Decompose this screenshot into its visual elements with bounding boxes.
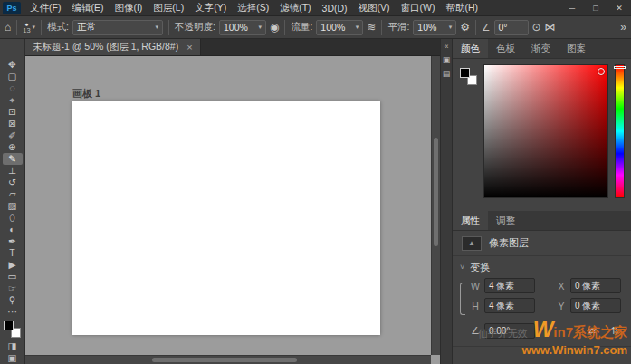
crop-tool[interactable]: ⊡ <box>3 106 23 118</box>
symmetry-icon[interactable]: ⋈ <box>545 22 556 33</box>
document-tab-bar: 未标题-1 @ 50% (图层 1, RGB/8#) × <box>25 39 440 56</box>
edit-toolbar-icon[interactable]: ⋯ <box>3 306 23 318</box>
pen-tool[interactable]: ✒ <box>3 235 23 247</box>
zoom-tool[interactable]: ⚲ <box>3 294 23 306</box>
maximize-button[interactable]: □ <box>584 0 607 15</box>
menu-help[interactable]: 帮助(H) <box>441 0 484 16</box>
angle-icon: ∠ <box>471 325 480 337</box>
shape-tool[interactable]: ▭ <box>3 271 23 283</box>
menu-filter[interactable]: 滤镜(T) <box>274 0 316 16</box>
eyedropper-tool[interactable]: ✐ <box>3 129 23 141</box>
brush-tool[interactable]: ✎ <box>3 153 23 165</box>
clone-stamp-tool[interactable]: ⊥ <box>3 165 23 177</box>
document-tab[interactable]: 未标题-1 @ 50% (图层 1, RGB/8#) × <box>25 39 201 55</box>
minimize-button[interactable]: ─ <box>560 0 584 15</box>
brush-size-value: 13 <box>23 27 30 34</box>
tab-swatches[interactable]: 色板 <box>488 39 523 58</box>
rotation-field[interactable]: 0.00° <box>484 323 535 339</box>
foreground-color-swatch[interactable] <box>4 321 14 330</box>
hand-tool[interactable]: ☞ <box>3 283 23 294</box>
hue-slider[interactable] <box>615 64 625 198</box>
horizontal-scrollbar[interactable] <box>25 355 431 364</box>
tab-color[interactable]: 颜色 <box>453 39 488 58</box>
y-field[interactable]: 0 像素 <box>570 298 621 313</box>
collapsed-panel-icon[interactable]: ▤ <box>443 70 451 78</box>
vertical-scrollbar[interactable] <box>431 56 440 355</box>
blend-mode-value: 正常 <box>77 21 96 34</box>
canvas-area[interactable]: 画板 1 <box>25 56 440 364</box>
tab-properties[interactable]: 属性 <box>453 211 488 230</box>
height-field[interactable]: 4 像素 <box>484 298 535 313</box>
flip-vertical-icon[interactable]: ⇅ <box>606 324 624 339</box>
history-brush-tool[interactable]: ↺ <box>3 177 23 188</box>
menu-type[interactable]: 文字(Y) <box>189 0 232 16</box>
opacity-value: 100% <box>224 22 248 33</box>
brush-preset-picker[interactable]: ● 13 ▾ <box>23 21 35 34</box>
opacity-select[interactable]: 100% ▾ <box>219 20 266 35</box>
brush-angle-field[interactable]: 0° <box>494 20 529 35</box>
healing-brush-tool[interactable]: ⊕ <box>3 141 23 153</box>
menu-file[interactable]: 文件(F) <box>24 0 66 16</box>
separator <box>475 20 476 35</box>
toolbar-overflow-icon[interactable]: » <box>620 22 626 33</box>
collapsed-panel-icon[interactable]: ▣ <box>443 56 451 64</box>
close-tab-icon[interactable]: × <box>186 42 192 53</box>
smoothing-gear-icon[interactable]: ⚙ <box>460 22 470 33</box>
smoothing-select[interactable]: 10% ▾ <box>413 20 456 35</box>
artboard-label[interactable]: 画板 1 <box>72 87 100 101</box>
frame-tool[interactable]: ⊠ <box>3 118 23 129</box>
mode-label: 模式: <box>47 21 69 34</box>
menu-view[interactable]: 视图(V) <box>353 0 396 16</box>
menu-window[interactable]: 窗口(W) <box>396 0 441 16</box>
quick-selection-tool[interactable]: ⌖ <box>3 94 23 106</box>
foreground-background-swatches[interactable] <box>4 321 21 338</box>
pressure-size-icon[interactable]: ⊙ <box>532 22 541 33</box>
color-picker-marker[interactable] <box>598 68 605 75</box>
marquee-tool[interactable]: ▢ <box>3 71 23 82</box>
layer-info-row: ▲ 像素图层 <box>453 231 631 256</box>
tab-patterns[interactable]: 图案 <box>559 39 594 58</box>
width-field[interactable]: 4 像素 <box>484 278 535 293</box>
menu-layer[interactable]: 图层(L) <box>148 0 189 16</box>
expand-panels-icon[interactable]: « <box>444 43 448 51</box>
path-selection-tool[interactable]: ▶ <box>3 259 23 271</box>
link-dimensions-icon[interactable] <box>460 283 465 315</box>
blend-mode-select[interactable]: 正常 ▾ <box>72 20 163 35</box>
vertical-scrollbar-thumb[interactable] <box>434 138 438 246</box>
move-tool[interactable]: ✥ <box>3 59 23 71</box>
quick-mask-icon[interactable]: ◨ <box>3 340 23 352</box>
tab-gradients[interactable]: 渐变 <box>523 39 559 58</box>
close-button[interactable]: ✕ <box>607 0 631 15</box>
eraser-tool[interactable]: ▱ <box>3 188 23 200</box>
pressure-opacity-icon[interactable]: ◉ <box>270 22 279 33</box>
artboard-canvas[interactable] <box>72 101 380 335</box>
horizontal-scrollbar-thumb[interactable] <box>152 358 297 362</box>
menu-image[interactable]: 图像(I) <box>109 0 148 16</box>
flip-horizontal-icon[interactable]: ⇄ <box>583 324 601 339</box>
separator <box>168 20 169 35</box>
menu-3d[interactable]: 3D(D) <box>317 1 353 15</box>
gradient-tool[interactable]: ▨ <box>3 200 23 212</box>
foreground-color-swatch[interactable] <box>460 68 470 78</box>
tab-adjustments[interactable]: 调整 <box>488 211 523 230</box>
brush-preview-icon: ● 13 <box>23 21 30 34</box>
saturation-brightness-picker[interactable] <box>483 64 608 198</box>
screen-mode-icon[interactable]: ▣ <box>3 352 23 364</box>
tool-options-bar: ⌂ ● 13 ▾ 模式: 正常 ▾ 不透明度: 100% ▾ ◉ 流量: 100… <box>0 16 631 39</box>
x-field[interactable]: 0 像素 <box>570 278 621 293</box>
lasso-tool[interactable]: ◌ <box>3 82 23 94</box>
smoothing-label: 平滑: <box>387 21 409 34</box>
menu-select[interactable]: 选择(S) <box>232 0 274 16</box>
panel-color-swatches[interactable] <box>460 68 477 85</box>
hue-slider-marker[interactable] <box>614 66 626 69</box>
transform-section-header[interactable]: ˅ 变换 <box>453 256 631 278</box>
home-icon[interactable]: ⌂ <box>5 22 11 33</box>
y-label: Y <box>557 301 566 311</box>
airbrush-icon[interactable]: ≋ <box>367 22 376 33</box>
menu-edit[interactable]: 编辑(E) <box>66 0 109 16</box>
blur-tool[interactable]: ⬯ <box>3 212 23 224</box>
flow-select[interactable]: 100% ▾ <box>316 20 363 35</box>
transform-row-hy: H 4 像素 Y 0 像素 <box>471 298 624 313</box>
dodge-tool[interactable]: ◐ <box>3 224 23 235</box>
type-tool[interactable]: T <box>3 247 23 259</box>
